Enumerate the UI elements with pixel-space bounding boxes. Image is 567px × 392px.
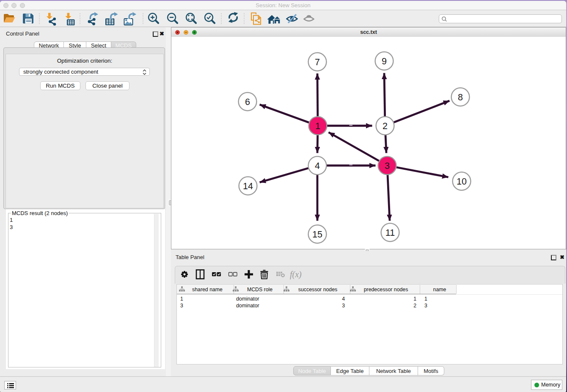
svg-text:1: 1: [315, 121, 320, 131]
svg-text:2: 2: [383, 121, 388, 131]
svg-text:f(x): f(x): [290, 270, 302, 279]
svg-text:1: 1: [180, 296, 183, 302]
svg-text:14: 14: [243, 181, 253, 191]
svg-text:predecessor nodes: predecessor nodes: [364, 287, 408, 293]
svg-text:10: 10: [457, 177, 467, 187]
svg-text:3: 3: [180, 303, 183, 309]
svg-text:3: 3: [385, 161, 390, 171]
svg-text:dominator: dominator: [236, 296, 259, 302]
svg-text:2: 2: [413, 303, 416, 309]
svg-text:name: name: [433, 287, 446, 293]
svg-text:15: 15: [312, 229, 322, 240]
svg-text:11: 11: [385, 228, 395, 238]
svg-text:4: 4: [342, 296, 345, 302]
svg-text:9: 9: [382, 56, 387, 66]
svg-text:1: 1: [413, 296, 416, 302]
svg-text:7: 7: [315, 57, 320, 67]
svg-text:3: 3: [342, 303, 345, 309]
svg-text:8: 8: [458, 92, 463, 102]
svg-text:6: 6: [245, 97, 250, 107]
svg-text:3: 3: [424, 303, 427, 309]
svg-text:1: 1: [424, 296, 427, 302]
svg-text:MCDS role: MCDS role: [247, 287, 272, 293]
svg-text:successor nodes: successor nodes: [298, 287, 337, 293]
svg-text:shared name: shared name: [192, 287, 223, 293]
svg-text:4: 4: [315, 161, 320, 171]
svg-text:dominator: dominator: [236, 303, 259, 309]
